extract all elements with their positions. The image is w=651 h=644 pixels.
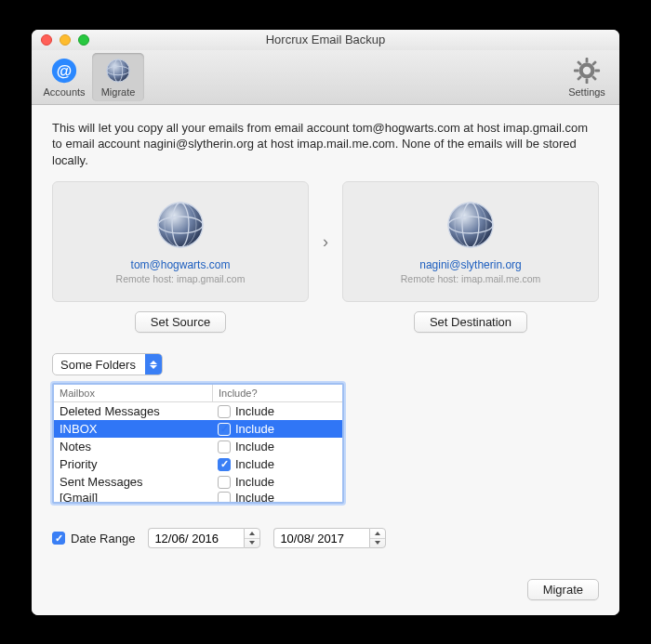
date-to-stepper[interactable]: [273, 528, 386, 548]
include-label: Include: [235, 491, 274, 502]
include-checkbox[interactable]: [218, 458, 231, 471]
table-row[interactable]: Deleted MessagesInclude: [54, 402, 342, 420]
table-row[interactable]: NotesInclude: [54, 438, 342, 455]
include-checkbox[interactable]: [218, 440, 231, 453]
svg-text:@: @: [57, 61, 72, 79]
svg-rect-7: [586, 57, 589, 62]
destination-email: nagini@slytherin.org: [419, 258, 522, 271]
mailbox-cell: [Gmail]: [54, 491, 212, 502]
include-cell: Include: [212, 422, 342, 436]
set-source-button[interactable]: Set Source: [135, 311, 226, 333]
table-row[interactable]: INBOXInclude: [54, 420, 342, 438]
titlebar: Horcrux Email Backup: [32, 30, 619, 50]
mailbox-cell: Notes: [54, 440, 212, 453]
set-destination-button[interactable]: Set Destination: [414, 311, 527, 333]
include-cell: Include: [212, 440, 342, 453]
mailbox-cell: INBOX: [54, 422, 212, 436]
migrate-button[interactable]: Migrate: [527, 579, 599, 600]
intro-text: This will let you copy all your emails f…: [52, 120, 599, 169]
source-account-card[interactable]: tom@hogwarts.com Remote host: imap.gmail…: [52, 181, 309, 302]
folder-table[interactable]: Mailbox Include? Deleted MessagesInclude…: [52, 383, 344, 504]
toolbar-settings[interactable]: Settings: [561, 53, 613, 101]
table-row[interactable]: [Gmail]Include: [54, 491, 342, 502]
include-checkbox[interactable]: [218, 423, 231, 436]
folder-scope-popup[interactable]: Some Folders: [52, 353, 163, 375]
toolbar-accounts-label: Accounts: [43, 86, 85, 98]
header-mailbox[interactable]: Mailbox: [54, 385, 213, 401]
include-label: Include: [235, 475, 274, 489]
date-range-label: Date Range: [71, 532, 135, 545]
include-checkbox[interactable]: [218, 405, 231, 418]
date-range-row: Date Range: [52, 528, 599, 548]
date-range-checkbox[interactable]: [52, 532, 65, 545]
toolbar-migrate[interactable]: Migrate: [92, 53, 144, 101]
globe-icon: [154, 199, 206, 251]
globe-icon: [104, 57, 132, 85]
include-label: Include: [235, 422, 274, 436]
date-from-field[interactable]: [148, 528, 244, 548]
include-label: Include: [235, 457, 274, 471]
at-sign-icon: @: [50, 57, 78, 85]
toolbar-accounts[interactable]: @ Accounts: [38, 53, 90, 101]
window-controls: [41, 34, 89, 46]
mailbox-cell: Sent Messages: [54, 475, 212, 489]
include-cell: Include: [212, 475, 342, 489]
close-icon[interactable]: [41, 34, 52, 46]
chevron-updown-icon: [145, 354, 162, 375]
include-cell: Include: [212, 491, 342, 502]
zoom-icon[interactable]: [78, 34, 89, 46]
globe-icon: [445, 199, 497, 251]
include-label: Include: [235, 440, 274, 453]
folder-table-header: Mailbox Include?: [54, 385, 342, 402]
date-to-field[interactable]: [273, 528, 369, 548]
chevron-right-icon: ›: [312, 232, 339, 252]
window-title: Horcrux Email Backup: [266, 33, 386, 46]
include-label: Include: [235, 404, 274, 418]
mailbox-cell: Deleted Messages: [54, 404, 212, 418]
source-email: tom@hogwarts.com: [131, 258, 231, 271]
stepper-icon[interactable]: [244, 528, 260, 548]
toolbar-settings-label: Settings: [568, 86, 605, 98]
destination-account-card[interactable]: nagini@slytherin.org Remote host: imap.m…: [342, 181, 599, 302]
table-row[interactable]: Sent MessagesInclude: [54, 473, 342, 491]
svg-rect-9: [574, 69, 579, 72]
include-cell: Include: [212, 404, 342, 418]
svg-rect-10: [594, 69, 600, 72]
content-area: This will let you copy all your emails f…: [32, 105, 619, 615]
folder-scope-label: Some Folders: [53, 358, 145, 372]
app-window: Horcrux Email Backup @ Accounts: [32, 30, 619, 615]
svg-rect-8: [586, 78, 589, 84]
stepper-icon[interactable]: [369, 528, 386, 548]
source-host: Remote host: imap.gmail.com: [116, 273, 246, 284]
include-checkbox[interactable]: [218, 476, 231, 489]
toolbar-migrate-label: Migrate: [101, 86, 136, 98]
include-checkbox[interactable]: [218, 492, 231, 503]
gear-icon: [573, 57, 601, 85]
mailbox-cell: Priority: [54, 457, 212, 471]
minimize-icon[interactable]: [60, 34, 71, 46]
header-include[interactable]: Include?: [213, 385, 342, 401]
include-cell: Include: [212, 457, 342, 471]
accounts-row: tom@hogwarts.com Remote host: imap.gmail…: [52, 181, 599, 302]
date-from-stepper[interactable]: [148, 528, 260, 548]
svg-point-15: [583, 66, 591, 73]
toolbar: @ Accounts: [32, 50, 619, 105]
destination-host: Remote host: imap.mail.me.com: [401, 273, 541, 284]
table-row[interactable]: PriorityInclude: [54, 455, 342, 473]
